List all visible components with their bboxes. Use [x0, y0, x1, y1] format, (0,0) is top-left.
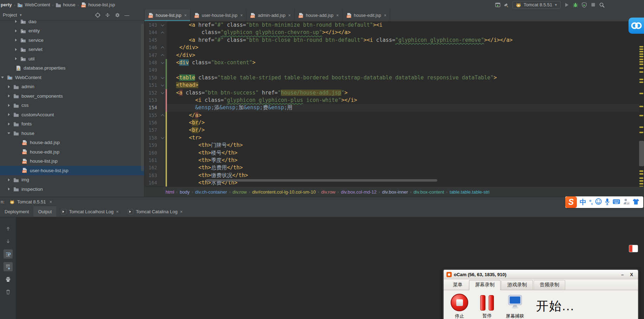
warning-stripe-mark[interactable]	[639, 106, 643, 107]
chevron-right-icon[interactable]	[14, 29, 18, 33]
chevron-right-icon[interactable]	[14, 57, 18, 60]
tree-item-dao[interactable]: dao	[0, 17, 144, 26]
up-stack-trace-icon[interactable]	[4, 224, 13, 233]
code-line-146[interactable]: 146 </div>	[144, 44, 639, 51]
soft-wrap-icon[interactable]	[4, 249, 13, 259]
search-everywhere-icon[interactable]	[599, 2, 605, 8]
tool-tab-tomcat-catalina-log[interactable]: Tomcat Catalina Log×	[123, 206, 187, 217]
tree-item-inspection[interactable]: inspection	[0, 184, 144, 194]
clear-console-icon[interactable]	[4, 287, 13, 297]
tree-item-webcontent[interactable]: WebContent	[0, 73, 144, 82]
scroll-to-end-icon[interactable]	[4, 262, 13, 271]
stop-button[interactable]	[590, 2, 596, 8]
tree-item-house-list-jsp[interactable]: JSPhouse-list.jsp	[0, 157, 144, 166]
element-breadcrumb[interactable]: div.box-content	[413, 189, 444, 195]
code-line-155[interactable]: 155 </a>	[144, 112, 639, 119]
warning-stripe-mark[interactable]	[639, 183, 643, 184]
close-icon[interactable]: ×	[180, 209, 183, 214]
fold-marker-icon[interactable]	[159, 134, 166, 142]
voice-input-icon[interactable]	[605, 198, 610, 207]
close-icon[interactable]: ×	[384, 13, 386, 18]
warning-stripe-mark[interactable]	[639, 173, 643, 175]
debug-button[interactable]	[573, 2, 578, 8]
tree-item-house[interactable]: house	[0, 129, 144, 138]
warning-stripe-mark[interactable]	[639, 59, 643, 60]
editor-tab-admin-add-jsp[interactable]: JSPadmin-add.jsp×	[246, 9, 295, 21]
tree-item-admin[interactable]: admin	[0, 82, 144, 92]
tree-item-css[interactable]: css	[0, 101, 144, 110]
run-config-tab[interactable]: Tomcat 8.5.51 ×	[7, 197, 55, 206]
close-icon[interactable]: ×	[50, 199, 52, 204]
warning-stripe-mark[interactable]	[639, 48, 643, 50]
chevron-right-icon[interactable]	[7, 122, 11, 126]
tree-item-customaccount[interactable]: customAccount	[0, 110, 144, 119]
chevron-right-icon[interactable]	[14, 20, 18, 23]
chevron-right-icon[interactable]	[7, 113, 11, 116]
ocam-button-pause[interactable]: 暂停	[480, 294, 494, 319]
code-line-161[interactable]: 161 <th>季度</th>	[144, 157, 639, 164]
code-line-156[interactable]: 156 <br/>	[144, 119, 639, 126]
chevron-right-icon[interactable]	[7, 104, 11, 107]
fold-marker-icon[interactable]	[159, 59, 166, 66]
code-line-145[interactable]: 145 <a href="#" class="btn btn-close btn…	[144, 37, 639, 44]
tree-item-house-add-jsp[interactable]: JSPhouse-add.jsp	[0, 138, 144, 148]
chinese-mode-toggle[interactable]: 中	[580, 198, 586, 207]
punctuation-toggle[interactable]: °,	[589, 199, 592, 206]
fold-marker-icon[interactable]	[159, 21, 166, 29]
editor-horizontal-scrollbar[interactable]	[206, 179, 437, 182]
tree-item-entity[interactable]: entity	[0, 26, 144, 36]
warning-stripe-mark[interactable]	[639, 71, 643, 73]
fold-marker-icon[interactable]	[159, 29, 166, 36]
tree-item-house-edit-jsp[interactable]: JSPhouse-edit.jsp	[0, 147, 144, 157]
code-line-153[interactable]: 153 <i class="glyphicon glyphicon-plus i…	[144, 97, 639, 104]
code-viewport[interactable]: 143 <a href="#" class="btn btn-minimize …	[144, 21, 644, 187]
element-breadcrumb[interactable]: table.table.table-stri	[450, 189, 489, 195]
code-line-159[interactable]: 159 <th>门牌号</th>	[144, 142, 639, 149]
warning-stripe-mark[interactable]	[639, 132, 643, 133]
minimize-button[interactable]: –	[619, 272, 626, 277]
editor-tab-house-add-jsp[interactable]: JSPhouse-add.jsp×	[295, 9, 343, 21]
code-line-147[interactable]: 147 </div>	[144, 52, 639, 59]
ocam-tab-屏幕录制[interactable]: 屏幕录制	[469, 280, 501, 290]
element-breadcrumb[interactable]: div.box.col-md-12	[341, 189, 377, 195]
close-icon[interactable]: ×	[184, 13, 187, 18]
warning-stripe-mark[interactable]	[639, 61, 643, 63]
tool-tab-output[interactable]: Output	[33, 206, 56, 217]
chevron-right-icon[interactable]	[14, 38, 18, 42]
fold-marker-icon[interactable]	[159, 44, 166, 51]
fold-marker-icon[interactable]	[159, 89, 166, 97]
error-stripe[interactable]	[639, 21, 644, 187]
warning-stripe-mark[interactable]	[639, 67, 643, 69]
chevron-down-icon[interactable]: ▼	[19, 13, 22, 17]
down-stack-trace-icon[interactable]	[4, 237, 13, 246]
tool-tab-deployment[interactable]: Deployment	[0, 206, 33, 217]
code-line-143[interactable]: 143 <a href="#" class="btn btn-minimize …	[144, 21, 639, 29]
editor-tab-house-edit-jsp[interactable]: JSPhouse-edit.jsp×	[343, 9, 391, 21]
soft-keyboard-icon[interactable]	[613, 199, 620, 206]
tree-item-servlet[interactable]: servlet	[0, 45, 144, 54]
code-line-144[interactable]: 144 class="glyphicon glyphicon-chevron-u…	[144, 29, 639, 36]
run-with-coverage-button[interactable]	[581, 2, 587, 8]
code-line-162[interactable]: 162 <th>总费用</th>	[144, 164, 639, 171]
breadcrumb-item[interactable]: house	[56, 2, 75, 8]
close-button[interactable]: X	[628, 272, 635, 277]
print-icon[interactable]	[4, 275, 13, 284]
warning-stripe-mark[interactable]	[639, 79, 643, 80]
code-line-149[interactable]: 149	[144, 66, 639, 74]
breadcrumb-item[interactable]: perty	[1, 2, 12, 7]
code-editor[interactable]: 143 <a href="#" class="btn btn-minimize …	[144, 21, 639, 187]
chevron-down-icon[interactable]	[1, 76, 5, 79]
warning-stripe-mark[interactable]	[639, 126, 643, 128]
fold-marker-icon[interactable]	[159, 52, 166, 59]
element-breadcrumb[interactable]: div.ch-container	[195, 189, 227, 195]
ocam-tab-游戏录制[interactable]: 游戏录制	[501, 280, 533, 290]
chevron-right-icon[interactable]	[14, 48, 18, 51]
warning-stripe-mark[interactable]	[639, 180, 643, 182]
ocam-tab-菜单[interactable]: 菜单	[447, 280, 468, 290]
breadcrumb-item[interactable]: JSPhouse-list.jsp	[81, 2, 115, 8]
ocam-button-stop[interactable]: 停止	[451, 294, 468, 319]
warning-stripe-mark[interactable]	[639, 177, 643, 179]
project-tree-scrollbar[interactable]	[141, 24, 144, 171]
warning-stripe-mark[interactable]	[639, 93, 643, 94]
code-line-154[interactable]: 154 &ensp;添&ensp;加&ensp;费&ensp;用	[144, 104, 639, 111]
